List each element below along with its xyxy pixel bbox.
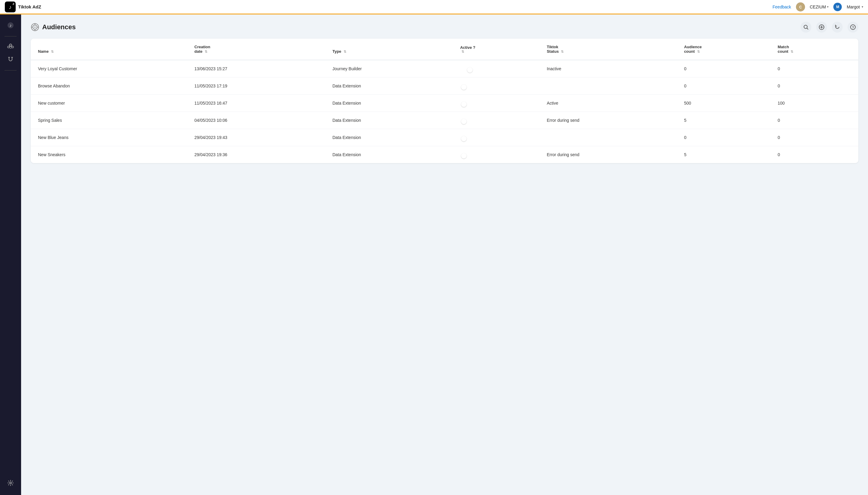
svg-text:♪: ♪: [9, 4, 12, 10]
cell-active-0: [453, 60, 540, 78]
col-status-sort-icon: ⇅: [561, 50, 563, 54]
cell-type-0: Journey Builder: [325, 60, 453, 78]
svg-text:Z: Z: [13, 2, 15, 5]
col-type[interactable]: Type ⇅: [325, 39, 453, 60]
cell-audience-0: 0: [677, 60, 771, 78]
col-active-label-row1: Active ?: [460, 45, 533, 50]
topnav: ♪ Z Tiktok AdZ Feedback C CEZIUM ▾ M Mar…: [0, 0, 868, 15]
audiences-icon: [31, 23, 39, 31]
col-audience-label-row2: count ⇅: [684, 49, 763, 54]
cell-status-5: Error during send: [539, 146, 677, 164]
refresh-button[interactable]: [832, 22, 843, 33]
col-active-sort-icon: ⇅: [462, 50, 533, 54]
cell-date-5: 29/04/2023 19:36: [187, 146, 325, 164]
col-match-label: Match count ⇅: [778, 45, 851, 54]
svg-text:♪: ♪: [10, 23, 12, 28]
cell-audience-3: 5: [677, 112, 771, 129]
table-row: Very Loyal Customer 13/06/2023 15:27 Jou…: [31, 60, 858, 78]
search-icon: [803, 24, 809, 30]
col-creation-label-row1: Creation: [194, 45, 318, 49]
col-audience-count[interactable]: Audience count ⇅: [677, 39, 771, 60]
table-row: New customer 11/05/2023 16:47 Data Exten…: [31, 95, 858, 112]
sidebar-item-settings[interactable]: [4, 477, 17, 489]
org-selector[interactable]: CEZIUM ▾: [810, 4, 829, 9]
cell-type-1: Data Extension: [325, 78, 453, 95]
cell-type-2: Data Extension: [325, 95, 453, 112]
cell-audience-1: 0: [677, 78, 771, 95]
cell-date-4: 29/04/2023 19:43: [187, 129, 325, 146]
cell-date-0: 13/06/2023 15:27: [187, 60, 325, 78]
sidebar-item-tiktok[interactable]: ♪: [4, 19, 17, 31]
col-name-label: Name: [38, 49, 49, 54]
sidebar-bottom: [4, 477, 17, 490]
table-header-row: Name ⇅ Creation date ⇅ Type ⇅: [31, 39, 858, 60]
feedback-link[interactable]: Feedback: [772, 4, 791, 9]
cell-audience-4: 0: [677, 129, 771, 146]
svg-text:C: C: [799, 5, 802, 9]
cell-status-0: Inactive: [539, 60, 677, 78]
add-button[interactable]: [816, 22, 827, 33]
tiktok-logo-icon: ♪ Z: [5, 1, 16, 12]
col-name[interactable]: Name ⇅: [31, 39, 187, 60]
cell-type-3: Data Extension: [325, 112, 453, 129]
page-header: Audiences: [31, 22, 858, 33]
col-audience-label-row1: Audience: [684, 45, 763, 49]
cell-active-3: [453, 112, 540, 129]
sidebar-item-magnet[interactable]: [4, 53, 17, 65]
svg-line-20: [807, 28, 808, 30]
col-match-label-row2: count ⇅: [778, 49, 851, 54]
cell-name-2: New customer: [31, 95, 187, 112]
cell-active-1: [453, 78, 540, 95]
col-creation-date[interactable]: Creation date ⇅: [187, 39, 325, 60]
header-actions: ?: [800, 22, 858, 33]
table-body: Very Loyal Customer 13/06/2023 15:27 Jou…: [31, 60, 858, 163]
col-tiktok-label-row2: Status ⇅: [547, 49, 670, 54]
cell-match-3: 0: [770, 112, 858, 129]
cell-audience-5: 5: [677, 146, 771, 164]
cell-status-1: [539, 78, 677, 95]
cell-name-0: Very Loyal Customer: [31, 60, 187, 78]
col-tiktok-status[interactable]: Tiktok Status ⇅: [539, 39, 677, 60]
org-chevron-icon: ▾: [827, 5, 829, 8]
svg-text:?: ?: [852, 25, 854, 29]
svg-point-14: [34, 27, 36, 28]
cell-audience-2: 500: [677, 95, 771, 112]
col-match-count[interactable]: Match count ⇅: [770, 39, 858, 60]
topnav-right: Feedback C CEZIUM ▾ M Margot ▾: [772, 2, 863, 12]
cell-match-2: 100: [770, 95, 858, 112]
cell-name-4: New Blue Jeans: [31, 129, 187, 146]
col-audience-sort-icon: ⇅: [697, 50, 700, 54]
cell-name-3: Spring Sales: [31, 112, 187, 129]
col-audience-label: Audience count ⇅: [684, 45, 763, 54]
topnav-left: ♪ Z Tiktok AdZ: [5, 1, 41, 12]
svg-point-11: [10, 482, 12, 484]
main-content: Audiences: [21, 15, 868, 495]
org-name: CEZIUM: [810, 4, 826, 9]
cell-date-3: 04/05/2023 10:06: [187, 112, 325, 129]
help-icon: ?: [850, 24, 856, 30]
cell-date-1: 11/05/2023 17:19: [187, 78, 325, 95]
audiences-table-container: Name ⇅ Creation date ⇅ Type ⇅: [31, 39, 858, 163]
col-match-sort-icon: ⇅: [791, 50, 793, 54]
col-creation-label-row2: date ⇅: [194, 49, 318, 54]
cell-match-5: 0: [770, 146, 858, 164]
cell-name-1: Browse Abandon: [31, 78, 187, 95]
cell-match-1: 0: [770, 78, 858, 95]
col-tiktok-label-row1: Tiktok: [547, 45, 670, 49]
sidebar-item-audiences[interactable]: [4, 40, 17, 52]
table-row: Spring Sales 04/05/2023 10:06 Data Exten…: [31, 112, 858, 129]
cell-status-4: [539, 129, 677, 146]
user-name: Margot: [847, 4, 860, 9]
app-title: Tiktok AdZ: [18, 4, 41, 9]
table-row: New Blue Jeans 29/04/2023 19:43 Data Ext…: [31, 129, 858, 146]
user-selector[interactable]: Margot ▾: [847, 4, 863, 9]
help-button[interactable]: ?: [848, 22, 858, 33]
col-creation-date-label: Creation date ⇅: [194, 45, 318, 54]
cell-match-4: 0: [770, 129, 858, 146]
page-header-left: Audiences: [31, 23, 76, 31]
cell-active-2: [453, 95, 540, 112]
search-button[interactable]: [800, 22, 811, 33]
col-active[interactable]: Active ? ⇅: [453, 39, 540, 60]
cell-date-2: 11/05/2023 16:47: [187, 95, 325, 112]
col-type-label: Type: [332, 49, 341, 54]
